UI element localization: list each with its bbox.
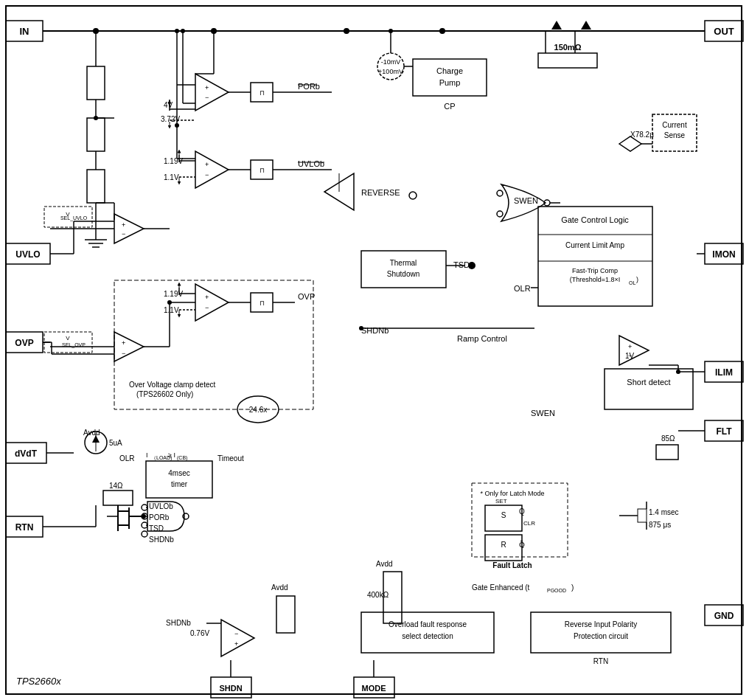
svg-text:−: − [205,171,209,179]
pin-imon-label: IMON [712,249,735,260]
svg-rect-21 [87,118,105,151]
svg-text:-10mV: -10mV [381,58,401,66]
uvlob-label: UVLOb [298,159,324,168]
svg-rect-153 [146,461,212,498]
cp-label: CP [444,102,455,111]
svg-rect-160 [103,491,133,505]
svg-text:SET: SET [495,498,507,505]
iload-icb-label: I [146,451,148,459]
svg-text:OL: OL [629,280,635,285]
over-voltage-label: Over Voltage clamp detect [129,381,216,389]
overload-fault-label2: select detection [402,632,453,640]
svg-text:SEL_UVLO: SEL_UVLO [60,215,88,221]
svg-text:): ) [636,276,638,283]
chip-label: TPS2660x [16,676,61,687]
charge-pump-label2: Pump [439,78,461,87]
timer-4msec-label: 4msec [168,469,189,477]
pin-ovp-label: OVP [15,338,33,348]
shdnb-nand: SHDNb [149,536,174,544]
svg-point-175 [142,531,147,537]
svg-point-130 [359,326,363,330]
svg-text:−: − [122,350,125,357]
1-4msec-label: 1.4 msec [649,508,679,516]
gate-enhanced-label: Gate Enhanced (t [472,583,530,592]
olr-near-timer: OLR [119,454,135,462]
svg-text:+: + [205,294,209,301]
svg-marker-41 [195,74,229,111]
circuit-diagram: IN UVLO OVP dVdT RTN OUT IMON ILIM FLT G… [0,0,749,700]
svg-text:+: + [234,640,238,648]
svg-marker-133 [619,336,649,365]
rtn-inside-label: RTN [593,657,608,665]
thermal-shutdown-label2: Shutdown [387,270,419,278]
svg-point-168 [183,513,189,519]
24-6x-label: 24.6x [249,406,267,414]
0-76v-label: 0.76V [190,629,209,637]
svg-rect-110 [538,53,597,68]
svg-marker-114 [581,21,591,30]
gate-control-label: Gate Control Logic [561,215,629,224]
svg-point-139 [676,370,680,374]
timeout-label: Timeout [217,454,244,462]
only-latch-label: * Only for Latch Mode [480,490,544,497]
svg-text:Q̄: Q̄ [519,541,525,549]
svg-text:−: − [628,352,632,359]
pin-dvdt-label: dVdT [15,448,38,459]
svg-rect-184 [656,445,678,460]
svg-text:⊓: ⊓ [259,299,265,307]
svg-text:(CB): (CB) [177,455,187,461]
svg-point-104 [377,53,404,80]
85ohm-label: 85Ω [661,434,675,443]
svg-text:+: + [628,343,632,350]
svg-text:+: + [205,84,209,91]
fast-trip-label2: (Threshold=1.8×I [570,276,621,283]
svg-point-151 [497,190,503,196]
svg-rect-132 [605,369,693,409]
pin-shdn-label: SHDN [219,684,242,693]
ramp-control-label: Ramp Control [457,334,507,343]
reverse-label: REVERSE [361,188,400,197]
current-sense-label: Current [662,121,687,129]
svg-marker-113 [551,21,562,30]
150mohm-label: 150mΩ [554,43,582,52]
svg-text:V: V [66,335,70,342]
fault-latch-label: Fault Latch [492,561,532,569]
svg-rect-126 [361,251,446,288]
svg-rect-19 [87,66,105,100]
timer-4msec-label2: timer [171,480,188,488]
svg-text:): ) [571,583,574,592]
x78-2u-label: X78.2μ [630,131,654,139]
svg-marker-119 [619,136,641,151]
svg-point-211 [181,29,185,33]
ovp-comp-label: OVP [298,292,315,301]
svg-point-16 [344,28,349,34]
fast-trip-label: Fast-Trip Comp [572,267,618,274]
overload-fault-label: Overload fault response [389,620,467,628]
400kohm-label: 400kΩ [367,591,389,599]
svg-text:S: S [501,511,506,519]
olr-label: OLR [514,284,531,293]
svg-text:CLR: CLR [523,520,535,527]
svg-text:⊓: ⊓ [259,167,265,174]
svg-text:≥ I: ≥ I [168,451,175,459]
svg-text:PGOOD: PGOOD [547,588,566,593]
avdd-bottom-label: Avdd [376,560,393,568]
avdd-shdn-label: Avdd [271,583,288,592]
svg-text:SEL_OVP: SEL_OVP [62,342,86,348]
porb-nand: PORb [149,513,170,521]
diagram-container: IN UVLO OVP dVdT RTN OUT IMON ILIM FLT G… [0,0,749,700]
pin-in-label: IN [20,26,29,37]
pin-mode-label: MODE [362,684,386,693]
svg-text:1.1V: 1.1V [164,306,179,314]
svg-text:−: − [122,230,125,238]
svg-rect-23 [87,170,105,203]
shdnb-signal-label: SHDNb [361,326,389,335]
svg-point-117 [409,192,417,199]
svg-rect-103 [413,59,487,96]
swen-label2: SWEN [531,409,555,417]
uvlob-nand: UVLOb [149,502,173,510]
charge-pump-label: Charge [436,66,463,75]
pin-gnd-label: GND [714,611,734,621]
svg-marker-74 [195,284,229,321]
svg-point-109 [389,29,393,33]
